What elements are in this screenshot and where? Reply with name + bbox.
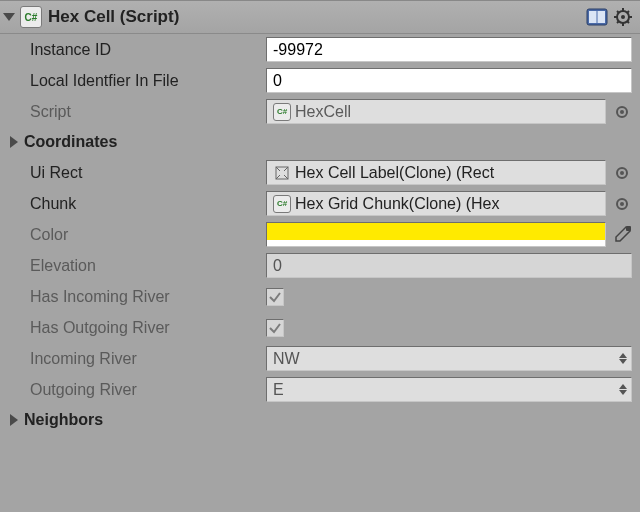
label-has-incoming: Has Incoming River [0, 288, 266, 306]
object-picker-icon[interactable] [612, 163, 632, 183]
svg-line-10 [627, 21, 629, 23]
object-picker-icon[interactable] [612, 102, 632, 122]
svg-line-17 [284, 175, 288, 179]
row-has-outgoing: Has Outgoing River [0, 312, 640, 343]
help-icon[interactable] [586, 7, 608, 27]
settings-icon[interactable] [614, 7, 634, 27]
color-field[interactable] [266, 222, 606, 247]
object-text-ui-rect: Hex Cell Label(Clone) (Rect [295, 161, 599, 184]
row-local-id: Local Identfier In File [0, 65, 640, 96]
label-neighbors: Neighbors [24, 411, 103, 429]
object-field-chunk[interactable]: C# Hex Grid Chunk(Clone) (Hex [266, 191, 606, 216]
updown-icon [619, 353, 627, 364]
checkbox-has-incoming [266, 288, 284, 306]
foldout-neighbors[interactable] [4, 414, 24, 426]
object-field-ui-rect[interactable]: Hex Cell Label(Clone) (Rect [266, 160, 606, 185]
inspector-panel: { "header": { "title": "Hex Cell (Script… [0, 0, 640, 435]
input-instance-id[interactable] [266, 37, 632, 62]
svg-line-12 [627, 11, 629, 13]
updown-icon [619, 384, 627, 395]
svg-line-15 [284, 167, 288, 171]
svg-rect-18 [626, 226, 631, 231]
label-outgoing-dir: Outgoing River [0, 381, 266, 399]
svg-line-9 [617, 11, 619, 13]
label-instance-id: Instance ID [0, 41, 266, 59]
section-neighbors[interactable]: Neighbors [0, 405, 640, 435]
foldout-coordinates[interactable] [4, 136, 24, 148]
label-script: Script [0, 103, 266, 121]
foldout-toggle[interactable] [0, 13, 18, 21]
script-type-chip: C# [20, 6, 42, 28]
label-elevation: Elevation [0, 257, 266, 275]
color-swatch [267, 223, 605, 240]
object-field-script[interactable]: C# HexCell [266, 99, 606, 124]
checkbox-has-outgoing [266, 319, 284, 337]
cs-file-icon: C# [273, 103, 291, 121]
object-text-script: HexCell [295, 100, 599, 123]
object-picker-icon[interactable] [612, 194, 632, 214]
label-local-id: Local Identfier In File [0, 72, 266, 90]
rect-transform-icon [273, 164, 291, 182]
select-outgoing-value: E [273, 378, 284, 401]
select-outgoing-dir[interactable]: E [266, 377, 632, 402]
label-incoming-dir: Incoming River [0, 350, 266, 368]
label-ui-rect: Ui Rect [0, 164, 266, 182]
object-text-chunk: Hex Grid Chunk(Clone) (Hex [295, 192, 599, 215]
row-outgoing-dir: Outgoing River E [0, 374, 640, 405]
svg-line-14 [276, 167, 280, 171]
svg-line-16 [276, 175, 280, 179]
svg-line-11 [617, 21, 619, 23]
component-title: Hex Cell (Script) [48, 7, 586, 27]
eyedropper-icon[interactable] [612, 225, 632, 245]
section-coordinates[interactable]: Coordinates [0, 127, 640, 157]
component-header[interactable]: C# Hex Cell (Script) [0, 0, 640, 34]
row-chunk: Chunk C# Hex Grid Chunk(Clone) (Hex [0, 188, 640, 219]
row-script: Script C# HexCell [0, 96, 640, 127]
row-elevation: Elevation 0 [0, 250, 640, 281]
row-instance-id: Instance ID [0, 34, 640, 65]
label-coordinates: Coordinates [24, 133, 117, 151]
readonly-elevation: 0 [266, 253, 632, 278]
row-incoming-dir: Incoming River NW [0, 343, 640, 374]
row-color: Color [0, 219, 640, 250]
color-alpha-bar [267, 240, 605, 246]
row-has-incoming: Has Incoming River [0, 281, 640, 312]
label-color: Color [0, 226, 266, 244]
select-incoming-dir[interactable]: NW [266, 346, 632, 371]
input-local-id[interactable] [266, 68, 632, 93]
label-has-outgoing: Has Outgoing River [0, 319, 266, 337]
svg-point-4 [621, 15, 625, 19]
row-ui-rect: Ui Rect Hex Cell Label(Clone) (Rect [0, 157, 640, 188]
select-incoming-value: NW [273, 347, 300, 370]
cs-file-icon: C# [273, 195, 291, 213]
label-chunk: Chunk [0, 195, 266, 213]
